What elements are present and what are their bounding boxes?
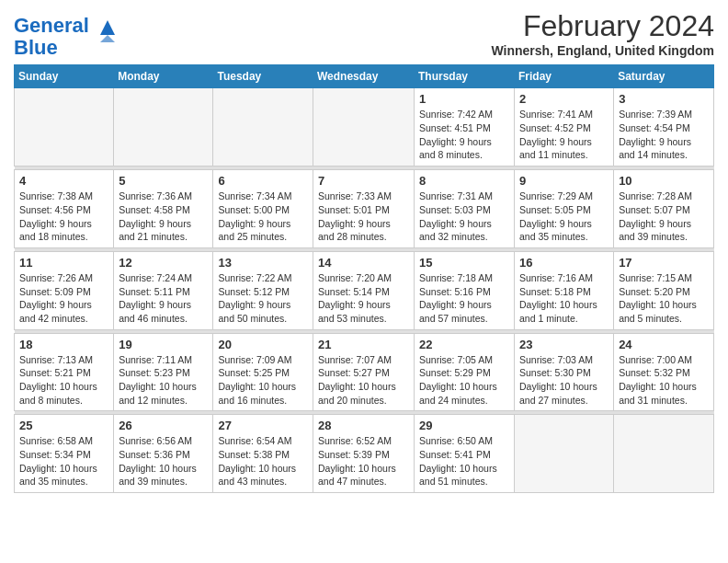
day-number: 3 — [619, 92, 709, 106]
day-info: Sunrise: 7:33 AMSunset: 5:01 PMDaylight:… — [318, 190, 409, 244]
day-number: 10 — [619, 174, 709, 188]
table-row: 28Sunrise: 6:52 AMSunset: 5:39 PMDayligh… — [313, 415, 415, 493]
day-number: 14 — [318, 256, 409, 270]
day-number: 9 — [519, 174, 609, 188]
table-row: 6Sunrise: 7:34 AMSunset: 5:00 PMDaylight… — [213, 170, 313, 248]
table-row: 10Sunrise: 7:28 AMSunset: 5:07 PMDayligh… — [614, 170, 714, 248]
day-info: Sunrise: 6:58 AMSunset: 5:34 PMDaylight:… — [19, 434, 108, 488]
day-info: Sunrise: 7:20 AMSunset: 5:14 PMDaylight:… — [318, 271, 409, 326]
col-tuesday: Tuesday — [213, 65, 313, 88]
logo-text: General — [14, 14, 89, 37]
day-number: 29 — [419, 419, 509, 432]
col-wednesday: Wednesday — [313, 65, 415, 88]
day-number: 4 — [19, 174, 108, 188]
table-row: 19Sunrise: 7:11 AMSunset: 5:23 PMDayligh… — [114, 333, 213, 411]
day-number: 11 — [19, 256, 108, 270]
day-info: Sunrise: 7:36 AMSunset: 4:58 PMDaylight:… — [119, 190, 208, 244]
day-number: 8 — [419, 174, 509, 188]
calendar-header-row: Sunday Monday Tuesday Wednesday Thursday… — [15, 65, 714, 88]
day-number: 28 — [318, 419, 409, 432]
day-number: 1 — [419, 92, 509, 106]
day-info: Sunrise: 7:09 AMSunset: 5:25 PMDaylight:… — [218, 353, 308, 408]
day-info: Sunrise: 7:05 AMSunset: 5:29 PMDaylight:… — [419, 353, 509, 408]
table-row: 21Sunrise: 7:07 AMSunset: 5:27 PMDayligh… — [313, 333, 415, 411]
svg-marker-0 — [100, 20, 115, 35]
table-row: 20Sunrise: 7:09 AMSunset: 5:25 PMDayligh… — [213, 333, 313, 411]
calendar-week-row: 18Sunrise: 7:13 AMSunset: 5:21 PMDayligh… — [15, 333, 714, 411]
day-info: Sunrise: 6:52 AMSunset: 5:39 PMDaylight:… — [318, 434, 409, 488]
table-row: 26Sunrise: 6:56 AMSunset: 5:36 PMDayligh… — [114, 415, 213, 493]
calendar-week-row: 25Sunrise: 6:58 AMSunset: 5:34 PMDayligh… — [15, 415, 714, 493]
table-row: 3Sunrise: 7:39 AMSunset: 4:54 PMDaylight… — [614, 88, 714, 167]
table-row: 23Sunrise: 7:03 AMSunset: 5:30 PMDayligh… — [515, 333, 614, 411]
day-number: 2 — [519, 92, 609, 106]
table-row: 13Sunrise: 7:22 AMSunset: 5:12 PMDayligh… — [213, 251, 313, 329]
day-info: Sunrise: 7:38 AMSunset: 4:56 PMDaylight:… — [19, 190, 108, 244]
day-info: Sunrise: 7:15 AMSunset: 5:20 PMDaylight:… — [619, 271, 709, 326]
table-row — [213, 88, 313, 167]
day-number: 22 — [419, 338, 509, 351]
day-info: Sunrise: 7:34 AMSunset: 5:00 PMDaylight:… — [218, 190, 308, 244]
calendar-week-row: 1Sunrise: 7:42 AMSunset: 4:51 PMDaylight… — [15, 88, 714, 167]
day-info: Sunrise: 6:54 AMSunset: 5:38 PMDaylight:… — [218, 434, 308, 488]
day-number: 5 — [119, 174, 208, 188]
table-row: 11Sunrise: 7:26 AMSunset: 5:09 PMDayligh… — [15, 251, 114, 329]
day-info: Sunrise: 7:28 AMSunset: 5:07 PMDaylight:… — [619, 190, 709, 244]
table-row: 17Sunrise: 7:15 AMSunset: 5:20 PMDayligh… — [614, 251, 714, 329]
day-info: Sunrise: 7:24 AMSunset: 5:11 PMDaylight:… — [119, 271, 208, 326]
day-number: 25 — [19, 419, 108, 432]
day-info: Sunrise: 7:22 AMSunset: 5:12 PMDaylight:… — [218, 271, 308, 326]
day-info: Sunrise: 7:39 AMSunset: 4:54 PMDaylight:… — [619, 108, 709, 162]
header: General Blue February 2024 Winnersh, Eng… — [14, 9, 714, 59]
table-row: 9Sunrise: 7:29 AMSunset: 5:05 PMDaylight… — [515, 170, 614, 248]
col-thursday: Thursday — [415, 65, 515, 88]
logo-subtext: Blue — [14, 36, 58, 59]
day-number: 21 — [318, 338, 409, 351]
day-number: 17 — [619, 256, 709, 270]
day-info: Sunrise: 7:03 AMSunset: 5:30 PMDaylight:… — [519, 353, 609, 408]
day-info: Sunrise: 7:11 AMSunset: 5:23 PMDaylight:… — [119, 353, 208, 408]
day-info: Sunrise: 7:26 AMSunset: 5:09 PMDaylight:… — [19, 271, 108, 326]
day-info: Sunrise: 7:07 AMSunset: 5:27 PMDaylight:… — [318, 353, 409, 408]
table-row: 15Sunrise: 7:18 AMSunset: 5:16 PMDayligh… — [415, 251, 515, 329]
table-row — [114, 88, 213, 167]
table-row: 25Sunrise: 6:58 AMSunset: 5:34 PMDayligh… — [15, 415, 114, 493]
day-number: 26 — [119, 419, 208, 432]
table-row: 14Sunrise: 7:20 AMSunset: 5:14 PMDayligh… — [313, 251, 415, 329]
day-info: Sunrise: 7:00 AMSunset: 5:32 PMDaylight:… — [619, 353, 709, 408]
day-number: 16 — [519, 256, 609, 270]
day-info: Sunrise: 7:29 AMSunset: 5:05 PMDaylight:… — [519, 190, 609, 244]
calendar-table: Sunday Monday Tuesday Wednesday Thursday… — [14, 64, 714, 493]
svg-marker-1 — [100, 35, 115, 42]
calendar-week-row: 11Sunrise: 7:26 AMSunset: 5:09 PMDayligh… — [15, 251, 714, 329]
table-row: 22Sunrise: 7:05 AMSunset: 5:29 PMDayligh… — [415, 333, 515, 411]
day-info: Sunrise: 7:31 AMSunset: 5:03 PMDaylight:… — [419, 190, 509, 244]
table-row: 27Sunrise: 6:54 AMSunset: 5:38 PMDayligh… — [213, 415, 313, 493]
table-row: 5Sunrise: 7:36 AMSunset: 4:58 PMDaylight… — [114, 170, 213, 248]
logo-icon — [93, 17, 122, 46]
logo: General Blue — [14, 15, 122, 59]
col-friday: Friday — [515, 65, 614, 88]
location-subtitle: Winnersh, England, United Kingdom — [491, 43, 714, 58]
table-row: 16Sunrise: 7:16 AMSunset: 5:18 PMDayligh… — [515, 251, 614, 329]
col-saturday: Saturday — [614, 65, 714, 88]
day-info: Sunrise: 7:13 AMSunset: 5:21 PMDaylight:… — [19, 353, 108, 408]
table-row: 8Sunrise: 7:31 AMSunset: 5:03 PMDaylight… — [415, 170, 515, 248]
day-number: 12 — [119, 256, 208, 270]
day-info: Sunrise: 7:16 AMSunset: 5:18 PMDaylight:… — [519, 271, 609, 326]
table-row: 18Sunrise: 7:13 AMSunset: 5:21 PMDayligh… — [15, 333, 114, 411]
table-row — [515, 415, 614, 493]
day-info: Sunrise: 6:56 AMSunset: 5:36 PMDaylight:… — [119, 434, 208, 488]
day-number: 27 — [218, 419, 308, 432]
day-number: 23 — [519, 338, 609, 351]
day-info: Sunrise: 7:41 AMSunset: 4:52 PMDaylight:… — [519, 108, 609, 162]
day-number: 7 — [318, 174, 409, 188]
day-info: Sunrise: 7:18 AMSunset: 5:16 PMDaylight:… — [419, 271, 509, 326]
table-row — [614, 415, 714, 493]
day-number: 15 — [419, 256, 509, 270]
table-row: 12Sunrise: 7:24 AMSunset: 5:11 PMDayligh… — [114, 251, 213, 329]
day-number: 19 — [119, 338, 208, 351]
table-row — [313, 88, 415, 167]
month-title: February 2024 — [491, 9, 714, 43]
day-number: 24 — [619, 338, 709, 351]
